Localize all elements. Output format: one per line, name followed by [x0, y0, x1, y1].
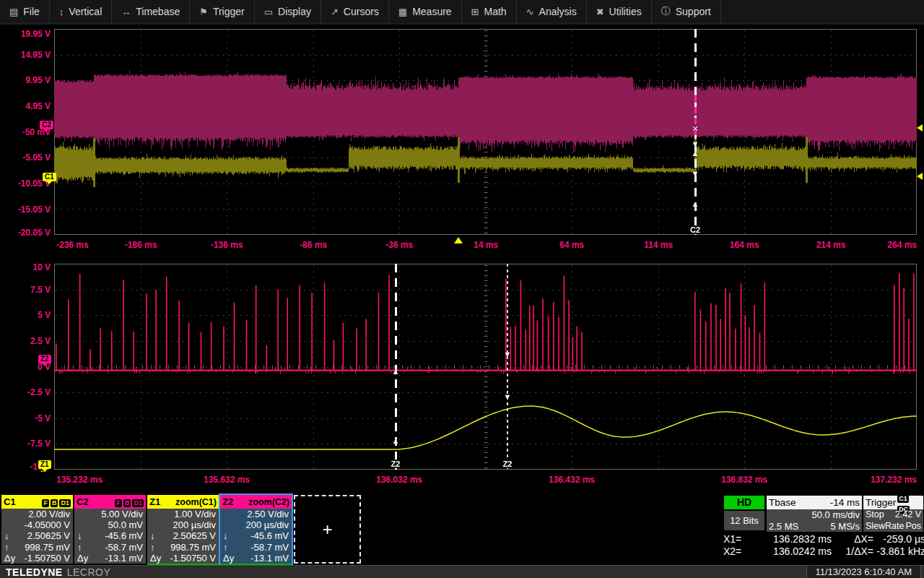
menu-item-display[interactable]: ▭Display	[255, 0, 321, 23]
row-value: 2.50625 V	[27, 530, 70, 541]
trigger-badge-c1: C1	[897, 495, 909, 503]
top-cursor[interactable]: ✕▼▲▼▲C2	[694, 29, 697, 235]
trace-descriptor-z1[interactable]: Z1zoom(C1)1.00 V/div200 µs/div↓2.50625 V…	[147, 495, 219, 564]
resolution-label: 12 Bits	[724, 511, 764, 530]
descriptor-row: 1.00 V/div	[147, 509, 219, 519]
row-value: 50.0 mV	[108, 519, 143, 530]
row-prefix: ↑	[4, 542, 9, 553]
hd-mode-badge[interactable]: HD	[724, 496, 764, 509]
row-prefix: ↓	[4, 530, 9, 541]
trace-descriptor-c2[interactable]: C2FBD15.00 V/div50.0 mV↓-45.6 mV↑-58.7 m…	[74, 495, 146, 564]
trace-descriptor-z2[interactable]: Z2zoom(C2)2.50 V/div200 µs/div↓-45.6 mV↑…	[220, 495, 292, 564]
menu-bar: ▤File↕Vertical↔Timebase⚑Trigger▭Display↗…	[0, 0, 924, 25]
timebase-delay: -14 ms	[830, 497, 860, 508]
row-value: 200 µs/div	[173, 519, 216, 530]
status-bar: TELEDYNELECROY 11/13/2023 6:10:40 AM	[0, 565, 924, 578]
add-trace-box[interactable]: +	[294, 495, 361, 564]
menu-item-analysis[interactable]: ∿Analysis	[517, 0, 587, 23]
menu-item-support[interactable]: ⓘSupport	[652, 0, 721, 23]
menu-label-measure: Measure	[412, 6, 451, 17]
top-graph-x-label: 214 ms	[816, 240, 846, 250]
menu-item-trigger[interactable]: ⚑Trigger	[190, 0, 254, 23]
trace-descriptor-c1[interactable]: C1FBD12.00 V/div-4.05000 V↓2.50625 V↑998…	[1, 495, 73, 564]
top-graph-x-label: -36 ms	[385, 240, 413, 250]
row-prefix: ↓	[223, 530, 228, 541]
descriptor-row: ↑-58.7 mV	[74, 542, 146, 553]
descriptor-values: 1.00 V/div200 µs/div↓2.50625 V↑998.75 mV…	[147, 509, 219, 564]
zoom-waveform-grid[interactable]	[54, 264, 917, 470]
menu-item-vertical[interactable]: ↕Vertical	[50, 0, 112, 23]
trace-flag-d1: D1	[132, 499, 144, 507]
c2-level-badge[interactable]: C2	[40, 121, 53, 129]
timebase-per-div: 50.0 ms/div	[812, 509, 860, 521]
trigger-descriptor[interactable]: Trigger C1DC Stop 2.42 V SlewRate Pos	[863, 496, 923, 530]
timebase-descriptor[interactable]: Tbase -14 ms 50.0 ms/div 2.5 MS 5 MS/s	[767, 496, 862, 530]
trigger-label: Trigger	[866, 497, 896, 508]
descriptor-values: 2.00 V/div-4.05000 V↓2.50625 V↑998.75 mV…	[1, 509, 73, 564]
zoom-cursor-1[interactable]: ▲▲Z2	[395, 264, 397, 470]
bottom-graph-y-label: -2.5 V	[27, 387, 51, 397]
row-value: 2.00 V/div	[28, 509, 70, 519]
cursor-arrow-icon: ↗	[331, 7, 339, 17]
bottom-graph-y-label: 2.5 V	[30, 336, 51, 346]
descriptor-row: ↓2.50625 V	[147, 530, 219, 541]
trace-flag-f: F	[42, 499, 49, 507]
menu-label-utilities: Utilities	[609, 6, 642, 17]
bottom-graph-x-label: 135.232 ms	[56, 475, 103, 485]
row-prefix: Δy	[77, 553, 88, 564]
menu-item-file[interactable]: ▤File	[0, 0, 50, 23]
bottom-graph-y-label: 10 V	[32, 262, 51, 272]
descriptor-header: Z2zoom(C2)	[220, 495, 292, 509]
main-waveform-grid[interactable]	[54, 29, 917, 235]
c1-level-badge[interactable]: C1	[43, 173, 56, 181]
measure-grid-icon: ▦	[398, 7, 407, 17]
descriptor-row: ↓-45.6 mV	[74, 530, 146, 541]
badge-pointer	[42, 469, 48, 475]
menu-item-utilities[interactable]: ✖Utilities	[587, 0, 652, 23]
descriptor-row: Δy-13.1 mV	[220, 553, 292, 564]
descriptor-row: ↓-45.6 mV	[220, 530, 292, 541]
row-value: 200 µs/div	[245, 519, 289, 530]
row-value: -45.6 mV	[105, 530, 143, 541]
oscilloscope-screen: ▤File↕Vertical↔Timebase⚑Trigger▭Display↗…	[0, 0, 924, 578]
menu-item-measure[interactable]: ▦Measure	[389, 0, 462, 23]
menu-label-analysis: Analysis	[539, 6, 577, 17]
top-graph-x-label: 264 ms	[887, 240, 917, 250]
row-value: -1.50750 V	[24, 553, 70, 564]
z2-level-badge[interactable]: Z2	[38, 355, 51, 363]
cursor-arrow-marker: ▲	[692, 149, 699, 158]
bottom-graph-y-label: -5 V	[35, 413, 51, 423]
horizontal-arrows-icon: ↔	[121, 7, 131, 17]
bottom-graph-y-label: 5 V	[38, 310, 51, 320]
top-graph-y-label: -20.05 V	[18, 228, 51, 238]
trace-flag-b: B	[123, 499, 131, 507]
info-icon: ⓘ	[661, 5, 671, 18]
trace-flag-d1: D1	[59, 499, 71, 507]
menu-item-cursors[interactable]: ↗Cursors	[321, 0, 389, 23]
cursor-arrow-marker: ▲	[392, 367, 400, 376]
descriptor-row: Δy-1.50750 V	[147, 553, 219, 564]
row-value: -58.7 mV	[250, 542, 289, 553]
row-prefix: ↑	[223, 542, 228, 553]
menu-item-math[interactable]: ⊞Math	[462, 0, 517, 23]
trigger-time-marker[interactable]	[454, 237, 463, 243]
zoom-cursor-2[interactable]: ▼▼Z2	[507, 264, 509, 470]
row-prefix: ↑	[150, 542, 155, 553]
zoom-source-label: zoom(C1)	[175, 497, 217, 507]
top-graph-x-label: 64 ms	[559, 240, 584, 250]
top-graph-y-label: -15.05 V	[18, 204, 51, 215]
menu-item-timebase[interactable]: ↔Timebase	[112, 0, 190, 23]
descriptor-row: ↑-58.7 mV	[220, 542, 292, 553]
z1-level-badge[interactable]: Z1	[38, 460, 51, 469]
inv-dx-value: -3.861 kHz	[873, 545, 924, 558]
trigger-level-lower-marker[interactable]	[917, 173, 923, 180]
descriptor-row: Δy-13.1 mV	[74, 553, 146, 564]
descriptor-row: Δy-1.50750 V	[1, 553, 73, 564]
menu-label-cursors: Cursors	[344, 6, 379, 17]
trace-flag-badges: FBD1	[40, 496, 71, 507]
cursor-arrow-marker: ▼	[692, 139, 699, 148]
row-value: 2.50625 V	[173, 530, 216, 541]
trigger-level-upper-marker[interactable]	[917, 124, 923, 131]
cursor-arrow-marker: ▼	[504, 350, 512, 358]
clock[interactable]: 11/13/2023 6:10:40 AM	[806, 566, 921, 578]
